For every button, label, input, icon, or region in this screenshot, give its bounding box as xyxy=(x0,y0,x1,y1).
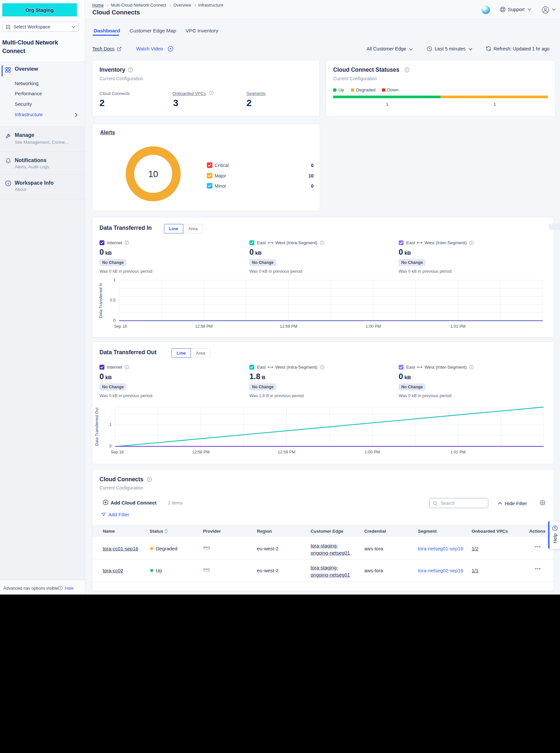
svg-text:Data Transferred Out: Data Transferred Out xyxy=(95,407,99,446)
svg-text:10: 10 xyxy=(148,169,158,179)
svg-text:aws: aws xyxy=(203,546,210,549)
svg-text:Data Transferred In: Data Transferred In xyxy=(99,283,103,318)
svg-text:aws: aws xyxy=(203,567,210,571)
